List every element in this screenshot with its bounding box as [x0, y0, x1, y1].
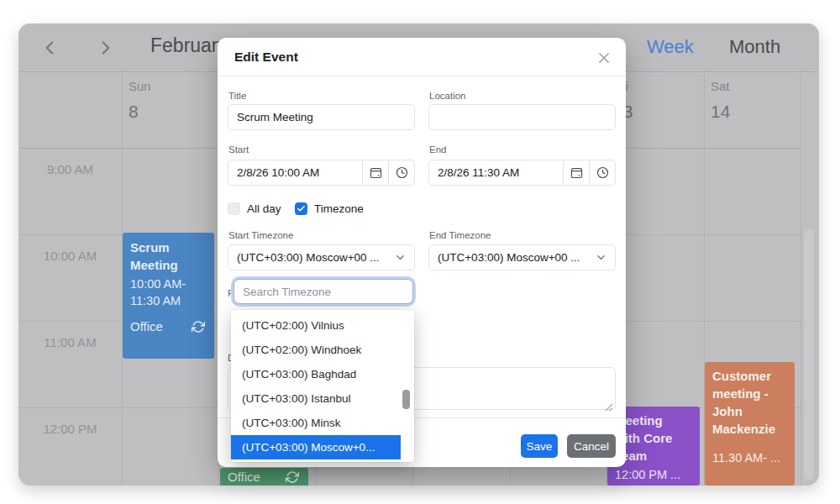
recurrence-icon	[286, 470, 299, 484]
view-tab-month[interactable]: Month	[729, 36, 780, 58]
end-timezone-label: End Timezone	[429, 230, 491, 240]
view-tab-week[interactable]: Week	[647, 36, 694, 58]
calendar-icon	[369, 165, 383, 180]
end-timezone-dropdown[interactable]: (UTC+03:00) Moscow+00 ...	[428, 244, 616, 270]
close-icon	[596, 50, 612, 66]
day-header-saturday: Sat 14	[711, 79, 730, 122]
end-datetime-field[interactable]: 2/8/26 11:30 AM	[428, 160, 616, 186]
time-label-12pm: 12:00 PM	[18, 422, 122, 436]
timezone-options-list: (UTC+02:00) Vilnius (UTC+02:00) Windhoek…	[231, 310, 414, 462]
checkbox-unchecked-icon	[228, 202, 240, 215]
grid-line	[801, 72, 801, 486]
day-header-sunday: Sun 8	[129, 79, 151, 122]
event-scrum-meeting[interactable]: Scrum Meeting 10:00 AM- 11:30 AM Office	[123, 233, 214, 359]
event-customer-meeting[interactable]: Customer meeting - John Mackenzie 11.30 …	[705, 362, 795, 486]
start-timezone-label: Start Timezone	[228, 230, 293, 240]
recurrence-icon	[192, 320, 205, 333]
list-scrollbar-thumb[interactable]	[402, 390, 410, 409]
chevron-down-icon	[394, 251, 407, 264]
start-date-picker-button[interactable]	[362, 160, 388, 185]
next-week-button[interactable]	[95, 37, 117, 59]
title-field[interactable]	[228, 104, 415, 130]
time-label-9am: 9:00 AM	[18, 162, 122, 176]
divider	[218, 76, 626, 76]
timezone-option[interactable]: (UTC+03:00) Minsk	[231, 411, 401, 435]
end-date-picker-button[interactable]	[563, 160, 589, 185]
timezone-search-input[interactable]	[234, 279, 413, 304]
start-datetime-field[interactable]: 2/8/26 10:00 AM	[228, 160, 415, 186]
clock-icon	[395, 165, 409, 180]
title-label: Title	[228, 91, 246, 101]
chevron-right-icon	[95, 37, 117, 59]
location-label: Location	[429, 91, 465, 101]
all-day-checkbox[interactable]: All day	[228, 202, 281, 215]
event-office-monday[interactable]: Office	[220, 468, 308, 486]
event-location: Office	[130, 319, 163, 333]
timezone-option[interactable]: (UTC+03:00) Baghdad	[231, 362, 401, 386]
clock-icon	[596, 165, 610, 180]
chevron-left-icon	[39, 37, 60, 59]
cancel-button[interactable]: Cancel	[567, 434, 616, 458]
timezone-option-selected[interactable]: (UTC+03:00) Moscow+0...	[231, 435, 401, 459]
chevron-down-icon	[595, 251, 607, 264]
time-label-11am: 11:00 AM	[18, 335, 122, 349]
timezone-option[interactable]: (UTC+02:00) Windhoek	[231, 338, 401, 362]
dialog-title: Edit Event	[234, 50, 298, 65]
timezone-option[interactable]: (UTC+02:00) Vilnius	[231, 313, 401, 338]
time-label-10am: 10:00 AM	[18, 249, 122, 263]
start-timezone-dropdown[interactable]: (UTC+03:00) Moscow+00 ...	[228, 244, 415, 270]
calendar-icon	[570, 165, 584, 180]
resize-handle-icon[interactable]	[604, 402, 613, 412]
timezone-checkbox[interactable]: Timezone	[295, 202, 364, 215]
timezone-option[interactable]: (UTC+03:00) Istanbul	[231, 386, 401, 411]
save-button[interactable]: Save	[521, 434, 558, 458]
close-button[interactable]	[596, 50, 612, 66]
previous-week-button[interactable]	[39, 37, 60, 59]
checkbox-checked-icon	[295, 202, 307, 215]
start-label: Start	[228, 144, 249, 155]
end-time-picker-button[interactable]	[589, 160, 615, 185]
event-location: Office	[228, 470, 260, 484]
calendar-scrollbar-thumb[interactable]	[804, 228, 814, 480]
location-field[interactable]	[428, 104, 616, 130]
start-time-picker-button[interactable]	[388, 160, 414, 185]
edit-event-dialog: Edit Event Title Location Start End 2/8/…	[218, 38, 626, 467]
end-label: End	[429, 144, 446, 155]
